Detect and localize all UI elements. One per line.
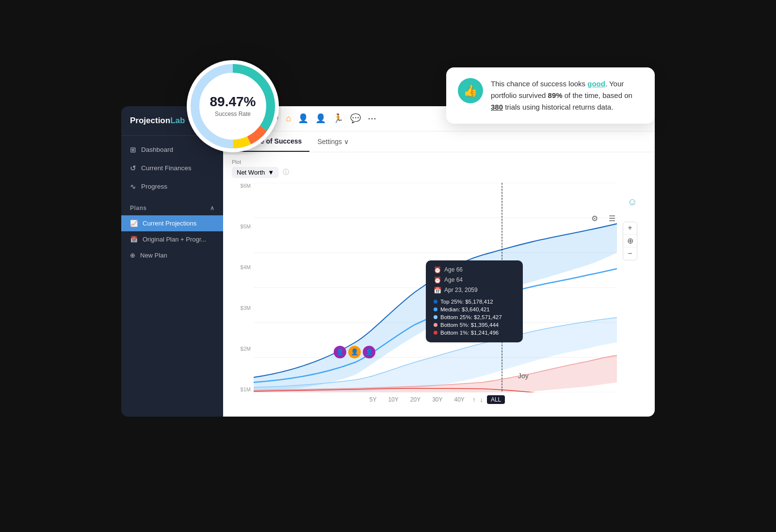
thumbs-up-icon: 👍 xyxy=(458,78,483,103)
dot-bottom25 xyxy=(434,315,437,319)
plot-controls: Net Worth ▼ ⓘ xyxy=(232,167,646,178)
sidebar-item-progress[interactable]: ∿ Progress xyxy=(121,177,223,196)
x-btn-all[interactable]: ALL xyxy=(487,395,505,404)
plan-item-label: Original Plan + Progr... xyxy=(143,236,206,243)
plan-item-label: Current Projections xyxy=(143,220,196,227)
tooltip-median-label: Median: $3,640,421 xyxy=(440,306,490,312)
donut-inner: 89.47% Success Rate xyxy=(210,95,256,117)
tooltip-bottom5-label: Bottom 5%: $1,395,444 xyxy=(440,322,499,328)
success-good-word: good xyxy=(587,80,605,88)
chart-area: Plot Net Worth ▼ ⓘ $6M $5M $4M $3M $2M $… xyxy=(223,152,655,412)
plot-value: Net Worth xyxy=(237,169,265,176)
plan-item-label: New Plan xyxy=(140,252,167,259)
sidebar-item-label: Progress xyxy=(141,183,167,190)
sidebar-item-current-finances[interactable]: ↺ Current Finances xyxy=(121,159,223,177)
success-trials: 380 xyxy=(491,103,503,111)
person-icon-1[interactable]: 👤 xyxy=(298,113,308,124)
more-icon[interactable]: ⋯ xyxy=(368,113,376,124)
x-btn-10y[interactable]: 10Y xyxy=(384,395,402,404)
list-icon[interactable]: ☰ xyxy=(605,212,619,226)
filter-icon[interactable]: ⚙ xyxy=(588,212,601,226)
success-card: 👍 This chance of success looks good. You… xyxy=(446,67,655,124)
x-btn-30y[interactable]: 30Y xyxy=(428,395,446,404)
joy-label: Joy xyxy=(518,372,529,380)
donut-label: Success Rate xyxy=(210,111,256,117)
sidebar-item-current-projections[interactable]: 📈 Current Projections xyxy=(121,215,223,231)
person-icons: 👤 👤 👤 xyxy=(334,346,375,358)
x-arrow-down-icon[interactable]: ↓ xyxy=(480,396,483,403)
success-text: This chance of success looks good. Your … xyxy=(491,78,643,113)
chart-tooltip: ⏰ Age 66 ⏰ Age 64 📅 Apr 23, 2059 Top 25%… xyxy=(426,260,523,342)
chevron-icon: ∧ xyxy=(210,205,215,211)
person-icon-chart-2: 👤 xyxy=(348,346,361,358)
person-icon-2[interactable]: 👤 xyxy=(315,113,326,124)
tooltip-row-bottom1: Bottom 1%: $1,241,496 xyxy=(434,329,515,337)
sidebar-item-label: Dashboard xyxy=(141,146,173,153)
favorite-icon[interactable]: ☺ xyxy=(628,196,637,208)
tooltip-age1: Age 66 xyxy=(444,266,463,273)
tooltip-row-median: Median: $3,640,421 xyxy=(434,306,515,313)
logo-text: ProjectionLab xyxy=(130,116,185,126)
dot-median xyxy=(434,307,437,311)
tooltip-age-row: ⏰ Age 66 xyxy=(434,266,515,274)
x-axis-bar: 5Y 10Y 20Y 30Y 40Y ↑ ↓ ALL xyxy=(254,392,617,407)
x-arrow-up-icon[interactable]: ↑ xyxy=(472,396,476,403)
plot-dropdown[interactable]: Net Worth ▼ xyxy=(232,167,279,178)
sidebar-item-new-plan[interactable]: ⊕ New Plan xyxy=(121,247,223,263)
info-icon[interactable]: ⓘ xyxy=(283,168,289,177)
filter-icons: ⚙ ☰ xyxy=(588,212,619,226)
x-btn-5y[interactable]: 5Y xyxy=(366,395,381,404)
dot-top25 xyxy=(434,300,437,304)
activity-icon[interactable]: 🏃 xyxy=(333,113,343,124)
donut-percent: 89.47% xyxy=(210,95,256,109)
tooltip-date-row: 📅 Apr 23, 2059 xyxy=(434,287,515,294)
logo-highlight: Lab xyxy=(170,116,185,125)
dot-bottom5 xyxy=(434,323,437,327)
dot-bottom1 xyxy=(434,331,437,335)
person-icon-chart-1: 👤 xyxy=(334,346,346,358)
zoom-controls: + ⊕ − xyxy=(623,222,637,260)
tab-settings[interactable]: Settings ∨ xyxy=(309,132,356,151)
sidebar-item-original-plan[interactable]: 📅 Original Plan + Progr... xyxy=(121,231,223,247)
dropdown-arrow-icon: ▼ xyxy=(268,169,274,176)
tooltip-bottom1-label: Bottom 1%: $1,241,496 xyxy=(440,330,499,336)
tooltip-top25-label: Top 25%: $5,178,412 xyxy=(440,299,493,305)
zoom-move-button[interactable]: ⊕ xyxy=(623,235,637,247)
tab-bar: Chance of Success Settings ∨ xyxy=(223,131,655,152)
chat-icon[interactable]: 💬 xyxy=(350,113,361,124)
sidebar-item-label: Current Finances xyxy=(141,164,192,172)
tooltip-date: Apr 23, 2059 xyxy=(444,287,478,293)
y-label-3m: $3M xyxy=(241,305,251,311)
zoom-in-button[interactable]: + xyxy=(623,222,637,235)
y-label-5m: $5M xyxy=(241,224,251,229)
y-label-2m: $2M xyxy=(241,346,251,352)
chart-container: $6M $5M $4M $3M $2M $1M xyxy=(232,183,646,407)
tooltip-age2-row: ⏰ Age 64 xyxy=(434,276,515,284)
settings-label: Settings xyxy=(317,138,342,145)
y-label-4m: $4M xyxy=(241,264,251,270)
original-plan-icon: 📅 xyxy=(130,236,138,243)
success-text-prefix: This chance of success looks xyxy=(491,80,587,88)
success-percent: 89% xyxy=(548,91,563,99)
tooltip-row-bottom25: Bottom 25%: $2,571,427 xyxy=(434,313,515,321)
x-btn-40y[interactable]: 40Y xyxy=(451,395,469,404)
x-btn-20y[interactable]: 20Y xyxy=(406,395,424,404)
success-text-end: trials using historical returns data. xyxy=(503,103,614,111)
zoom-out-button[interactable]: − xyxy=(623,247,637,260)
y-axis: $6M $5M $4M $3M $2M $1M xyxy=(232,183,254,392)
tooltip-row-bottom5: Bottom 5%: $1,395,444 xyxy=(434,321,515,329)
tooltip-bottom25-label: Bottom 25%: $2,571,427 xyxy=(440,314,502,320)
new-plan-icon: ⊕ xyxy=(130,252,135,259)
tooltip-age2: Age 64 xyxy=(444,276,463,283)
tooltip-row-top25: Top 25%: $5,178,412 xyxy=(434,298,515,306)
home-icon[interactable]: ⌂ xyxy=(286,113,291,124)
dashboard-icon: ⊞ xyxy=(130,145,136,154)
main-panel: Plan... ♥ ⚑ ⌂ 👤 👤 🏃 💬 ⋯ Chance of Succes… xyxy=(223,106,655,417)
success-text-mid2: of the time, based on xyxy=(563,91,632,99)
donut-chart: 89.47% Success Rate xyxy=(184,58,281,155)
settings-chevron-icon: ∨ xyxy=(344,138,349,145)
progress-icon: ∿ xyxy=(130,182,136,191)
person-icon-chart-3: 👤 xyxy=(363,346,375,358)
plans-label: Plans xyxy=(130,205,147,211)
plans-section-header: Plans ∧ xyxy=(121,196,223,215)
